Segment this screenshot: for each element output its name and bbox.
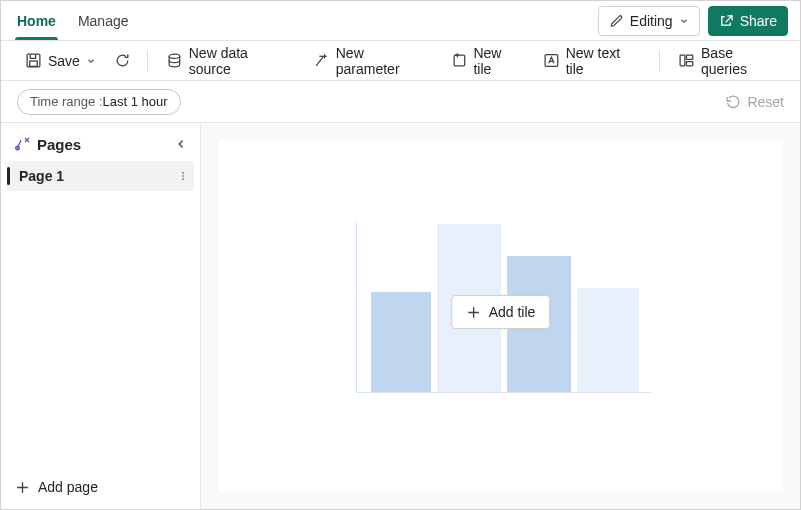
new-text-tile-button[interactable]: New text tile	[535, 41, 649, 81]
base-queries-icon	[678, 52, 695, 69]
reset-button[interactable]: Reset	[725, 94, 784, 110]
refresh-icon	[114, 52, 131, 69]
page1-label: Page 1	[19, 168, 64, 184]
dashboard-canvas: Add tile	[219, 141, 782, 491]
svg-point-2	[169, 54, 180, 58]
sidebar-item-page1[interactable]: Page 1	[7, 161, 194, 191]
new-data-source-button[interactable]: New data source	[158, 41, 301, 81]
parameter-icon	[313, 52, 330, 69]
share-icon	[719, 13, 734, 28]
tile-icon	[451, 52, 468, 69]
new-parameter-label: New parameter	[336, 45, 431, 77]
database-icon	[166, 52, 183, 69]
base-queries-button[interactable]: Base queries	[670, 41, 790, 81]
save-button[interactable]: Save	[17, 48, 104, 73]
tab-home[interactable]: Home	[17, 1, 56, 40]
svg-rect-6	[687, 55, 693, 59]
tab-manage-label: Manage	[78, 13, 129, 29]
chevron-down-icon	[679, 16, 689, 26]
share-button[interactable]: Share	[708, 6, 788, 36]
text-tile-icon	[543, 52, 560, 69]
add-page-label: Add page	[38, 479, 98, 495]
time-range-label: Time range :	[30, 94, 103, 109]
new-tile-label: New tile	[473, 45, 522, 77]
new-tile-button[interactable]: New tile	[443, 41, 531, 81]
svg-rect-5	[680, 55, 685, 66]
separator	[659, 50, 660, 72]
tab-home-label: Home	[17, 13, 56, 29]
save-icon	[25, 52, 42, 69]
share-label: Share	[740, 13, 777, 29]
svg-rect-1	[30, 61, 37, 66]
plus-icon	[15, 480, 30, 495]
pencil-icon	[609, 13, 624, 28]
pages-title: Pages	[37, 136, 81, 153]
page-more-icon[interactable]	[178, 168, 188, 184]
placeholder-axis	[356, 392, 651, 393]
separator	[147, 50, 148, 72]
time-range-value: Last 1 hour	[103, 94, 168, 109]
add-page-button[interactable]: Add page	[7, 473, 194, 501]
new-data-source-label: New data source	[189, 45, 293, 77]
chevron-left-icon[interactable]	[174, 137, 188, 151]
reset-icon	[725, 94, 741, 110]
chevron-down-icon	[86, 56, 96, 66]
tab-manage[interactable]: Manage	[78, 1, 129, 40]
plus-icon	[466, 305, 481, 320]
placeholder-axis	[356, 221, 357, 393]
empty-placeholder: Add tile	[351, 221, 651, 411]
svg-rect-7	[687, 62, 693, 66]
add-tile-button[interactable]: Add tile	[451, 295, 551, 329]
time-range-pill[interactable]: Time range : Last 1 hour	[17, 89, 181, 115]
refresh-button[interactable]	[108, 48, 137, 73]
editing-button[interactable]: Editing	[598, 6, 700, 36]
base-queries-label: Base queries	[701, 45, 782, 77]
save-label: Save	[48, 53, 80, 69]
pages-icon	[13, 135, 31, 153]
new-parameter-button[interactable]: New parameter	[305, 41, 439, 81]
add-tile-label: Add tile	[489, 304, 536, 320]
svg-rect-3	[454, 55, 465, 66]
active-indicator	[7, 167, 10, 185]
new-text-tile-label: New text tile	[566, 45, 642, 77]
reset-label: Reset	[747, 94, 784, 110]
editing-label: Editing	[630, 13, 673, 29]
